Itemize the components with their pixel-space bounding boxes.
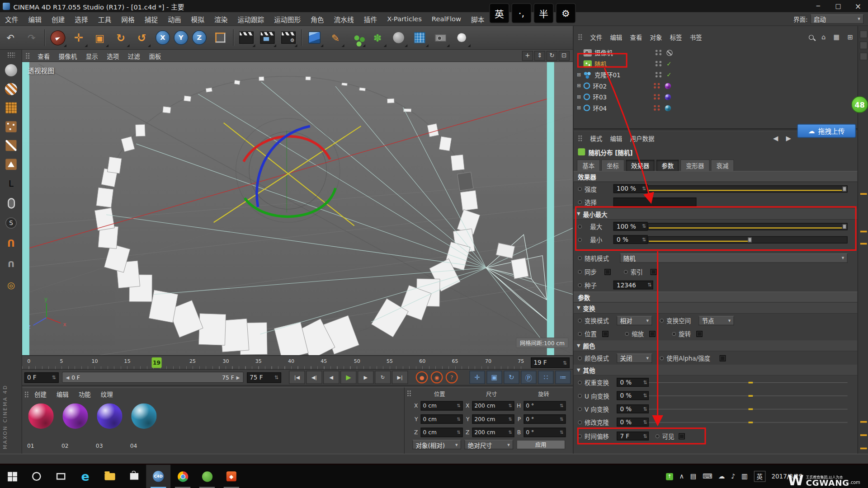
coords-position-field[interactable]: 0 cm [421, 401, 463, 410]
modify-clone-slider[interactable] [649, 419, 848, 425]
coords-rotation-field[interactable]: 0 ° [524, 414, 566, 424]
object-label[interactable]: 摄像机 [594, 48, 656, 57]
param-dot[interactable] [578, 256, 582, 260]
protection-tag-icon[interactable] [666, 50, 672, 56]
material-thumbnail[interactable]: 01 [25, 401, 57, 451]
lock-x-axis-button[interactable]: X [153, 27, 173, 48]
points-mode-button[interactable] [0, 118, 22, 135]
visibility-dots[interactable] [654, 94, 660, 99]
attribute-tab[interactable]: 参数 [656, 159, 679, 171]
color-header[interactable]: ▼颜色 [574, 340, 858, 351]
drag-upload-overlay[interactable]: ☁ 拖拽上传 [797, 124, 856, 138]
position-checkbox[interactable] [602, 331, 608, 337]
history-back-icon[interactable]: ◀ [773, 134, 778, 142]
keying-toggle-button[interactable]: ▣ [486, 371, 502, 384]
attribute-tab[interactable]: 基本 [577, 159, 600, 171]
tray-keyboard-icon[interactable]: ⌨ [703, 473, 712, 480]
coords-size-field[interactable]: 200 cm [472, 427, 514, 437]
param-dot[interactable] [578, 187, 582, 191]
material-sphere[interactable] [62, 404, 88, 429]
viewport-nav-icon[interactable]: ⊡ [559, 51, 570, 61]
param-dot[interactable] [660, 356, 664, 360]
viewport-menu-item[interactable]: 显示 [81, 51, 103, 60]
menu-item[interactable]: 渲染 [209, 12, 232, 25]
rotation-checkbox[interactable] [696, 331, 702, 337]
material-menu-item[interactable]: 编辑 [57, 389, 69, 399]
u-field[interactable]: 0 % [617, 391, 649, 400]
viewport-menu-item[interactable]: 摄像机 [54, 51, 81, 60]
param-dot[interactable] [625, 332, 629, 336]
history-forward-icon[interactable]: ▶ [786, 134, 791, 142]
attribute-tab[interactable]: 衰减 [711, 159, 734, 171]
add-cube-primitive-button[interactable] [304, 27, 324, 48]
spline-pen-button[interactable]: ✎ [326, 27, 345, 48]
keying-toggle-button[interactable]: ↻ [504, 371, 519, 384]
color-mode-dropdown[interactable]: 关闭 [617, 353, 652, 363]
move-tool[interactable]: ✛ [69, 27, 89, 48]
chrome-taskbar-icon[interactable] [170, 465, 195, 488]
minimize-button[interactable]: ─ [808, 0, 828, 12]
magnet-snap-button[interactable]: U [0, 235, 22, 251]
orange-app-taskbar-icon[interactable]: ◆ [219, 465, 244, 488]
workplane-snap-button[interactable]: U [0, 256, 22, 272]
apply-button[interactable]: 应用 [516, 440, 565, 449]
visibility-dots[interactable] [656, 72, 662, 77]
store-icon[interactable] [122, 465, 146, 488]
object-manager-menu-item[interactable]: 编辑 [610, 33, 622, 42]
attribute-manager-grip[interactable] [578, 135, 582, 141]
hidden-icons-chevron[interactable]: ∧ [679, 473, 684, 480]
menu-item[interactable]: 文件 [0, 12, 23, 25]
coords-position-field[interactable]: 0 cm [421, 427, 463, 437]
viewport-menu-item[interactable]: 过滤 [123, 51, 145, 60]
current-frame-field[interactable]: 19 F [531, 357, 570, 368]
undo-button[interactable]: ↶ [0, 27, 20, 48]
object-manager-menu-item[interactable]: 标签 [670, 33, 682, 42]
attribute-tab[interactable]: 坐标 [601, 159, 624, 171]
object-manager-menu-item[interactable]: 对象 [650, 33, 662, 42]
coords-position-field[interactable]: 0 cm [421, 414, 463, 424]
selection-field[interactable] [613, 197, 697, 206]
edges-mode-button[interactable] [0, 137, 22, 154]
material-label[interactable]: 01 [27, 443, 34, 449]
viewport-nav-icon[interactable]: + [522, 51, 533, 61]
keyframe-record-button[interactable]: ◉ [431, 371, 443, 384]
transport-button[interactable]: |◀ [289, 371, 305, 384]
param-dot[interactable] [624, 270, 628, 274]
coords-size-field[interactable]: 200 cm [472, 414, 514, 424]
param-dot[interactable] [578, 356, 582, 360]
viewport-menu-grip[interactable] [25, 52, 30, 59]
menu-item[interactable]: 插件 [359, 12, 382, 25]
add-layer-icon[interactable]: ⊞ [848, 33, 853, 41]
current-frame-marker[interactable]: 19 [152, 357, 162, 368]
param-dot[interactable] [578, 332, 582, 336]
menu-item[interactable]: 运动图形 [269, 12, 306, 25]
palette-icon[interactable] [860, 52, 868, 60]
weight-slider[interactable] [649, 379, 848, 385]
menu-item[interactable]: 捕捉 [140, 12, 163, 25]
menu-item[interactable]: 运动跟踪 [232, 12, 269, 25]
coords-rotation-field[interactable]: 0 ° [524, 401, 566, 410]
object-row-cloner[interactable]: ⊞ 克隆环01 ✓ [574, 69, 858, 80]
menu-item[interactable]: 角色 [306, 12, 329, 25]
attribute-tab[interactable]: 效果器 [626, 159, 655, 171]
update-badge-icon[interactable]: ↑ [666, 473, 673, 480]
enabled-check-icon[interactable]: ✓ [666, 60, 671, 67]
menu-item[interactable]: 流水线 [329, 12, 359, 25]
u-slider[interactable] [649, 393, 848, 399]
object-label[interactable]: 随机 [594, 59, 656, 68]
visibility-dots[interactable] [654, 83, 660, 89]
material-label[interactable]: 02 [61, 443, 69, 449]
material-menu-item[interactable]: 纹理 [101, 389, 113, 399]
start-button[interactable] [0, 465, 24, 488]
strength-slider[interactable] [648, 185, 848, 192]
coords-grip[interactable] [407, 390, 411, 397]
random-mode-dropdown[interactable]: 随机 [620, 253, 847, 263]
menu-item[interactable]: 模拟 [186, 12, 209, 25]
transport-button[interactable]: ▶| [392, 371, 408, 384]
expander-icon[interactable]: ⊞ [577, 83, 584, 89]
transport-button[interactable]: ↻ [375, 371, 391, 384]
last-used-tool[interactable]: ↺ [132, 27, 151, 48]
menu-item[interactable]: 创建 [47, 12, 70, 25]
coords-size-mode-dropdown[interactable]: 绝对尺寸 [464, 440, 513, 449]
deformer-menu-button[interactable] [389, 27, 409, 48]
